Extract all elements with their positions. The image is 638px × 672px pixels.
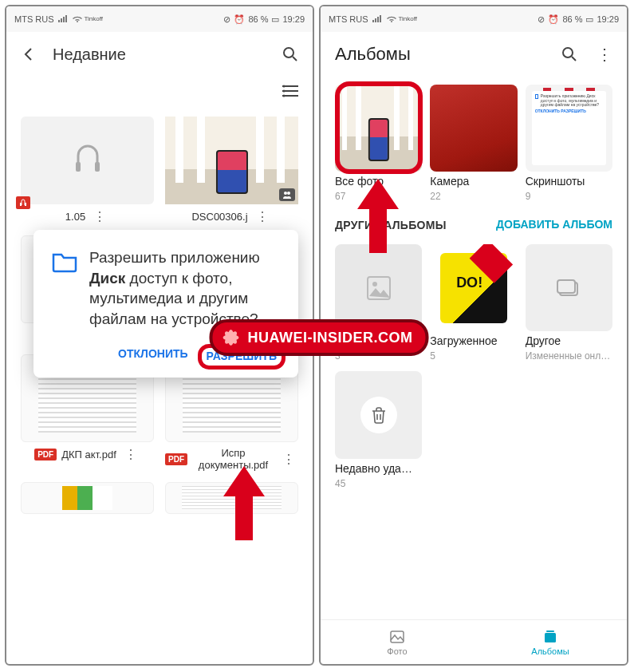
time-label: 19:29 [282, 14, 305, 24]
svg-rect-6 [20, 203, 22, 206]
tab-photo[interactable]: Фото [321, 620, 474, 664]
svg-rect-4 [76, 162, 81, 172]
svg-point-3 [283, 95, 286, 97]
more-icon[interactable]: ⋮ [253, 209, 272, 224]
svg-point-10 [563, 48, 573, 57]
album-camera[interactable]: Камера 22 [430, 85, 517, 202]
album-downloads[interactable]: DO! Загруженное 5 [430, 244, 517, 362]
app-header: Недавние [6, 32, 313, 77]
annotation-arrow [223, 466, 265, 540]
svg-point-0 [284, 48, 293, 57]
svg-point-1 [283, 85, 286, 88]
wifi-icon [72, 15, 83, 23]
add-album-button[interactable]: ДОБАВИТЬ АЛЬБОМ [496, 218, 612, 231]
svg-point-9 [287, 192, 290, 195]
more-icon[interactable]: ⋮ [90, 209, 109, 224]
alarm-icon: ⏰ [234, 14, 245, 25]
file-item[interactable]: DSC00306.j⋮ [165, 117, 298, 224]
overflow-button[interactable]: ⋮ [593, 43, 616, 65]
page-title: Недавние [53, 45, 266, 64]
svg-rect-5 [95, 162, 100, 172]
signal-icon [57, 15, 69, 23]
album-other[interactable]: Другое Измененные онл… [526, 244, 612, 362]
svg-point-2 [283, 90, 286, 93]
carrier-label: MTS RUS [14, 14, 54, 24]
battery-label: 86 % [248, 14, 268, 24]
albums-header: Альбомы ⋮ [321, 32, 627, 77]
site-watermark: HUAWEI-INSIDER.COM [210, 319, 429, 356]
bottom-tabs: Фото Альбомы [321, 619, 627, 664]
back-button[interactable] [18, 43, 40, 65]
pdf-badge: PDF [165, 453, 187, 465]
carrier-sub: Tinkoff [85, 16, 104, 22]
search-button[interactable] [279, 43, 301, 65]
folder-stack-icon [553, 273, 584, 303]
albums-tab-icon [542, 629, 558, 645]
svg-rect-17 [546, 630, 554, 632]
more-icon[interactable]: ⋮ [279, 452, 298, 467]
audio-badge [16, 196, 30, 209]
shared-badge-icon [279, 188, 295, 201]
trash-icon [369, 405, 388, 425]
annotation-arrow [357, 179, 399, 253]
svg-rect-7 [25, 203, 26, 206]
status-bar: MTS RUS Tinkoff ⊘ ⏰ 86 % ▭ 19:29 [6, 6, 313, 32]
folder-icon [51, 247, 78, 275]
albums-title: Альбомы [332, 44, 545, 65]
tab-albums[interactable]: Альбомы [474, 620, 627, 664]
more-icon[interactable]: ⋮ [121, 447, 140, 462]
file-item[interactable] [21, 482, 154, 514]
pdf-badge: PDF [34, 449, 57, 461]
decline-button[interactable]: ОТКЛОНИТЬ [118, 347, 188, 366]
file-item[interactable]: 1.05⋮ [21, 117, 154, 224]
svg-point-8 [284, 192, 287, 195]
audio-icon [72, 144, 104, 176]
album-recently-deleted[interactable]: Недавно уда… 45 [335, 371, 422, 488]
svg-point-12 [372, 282, 377, 287]
svg-rect-16 [545, 633, 556, 642]
image-placeholder-icon [363, 272, 395, 304]
album-screenshots[interactable]: Разрешить приложению Диск доступ к фото,… [526, 85, 612, 202]
svg-rect-14 [557, 280, 575, 293]
search-button[interactable] [558, 43, 581, 65]
status-bar: MTS RUS Tinkoff ⊘⏰ 86 % ▭ 19:29 [321, 6, 627, 32]
view-toggle-button[interactable] [279, 80, 301, 102]
dialog-message: Разрешить приложению Диск доступ к фото,… [89, 247, 281, 330]
photo-tab-icon [389, 629, 405, 645]
